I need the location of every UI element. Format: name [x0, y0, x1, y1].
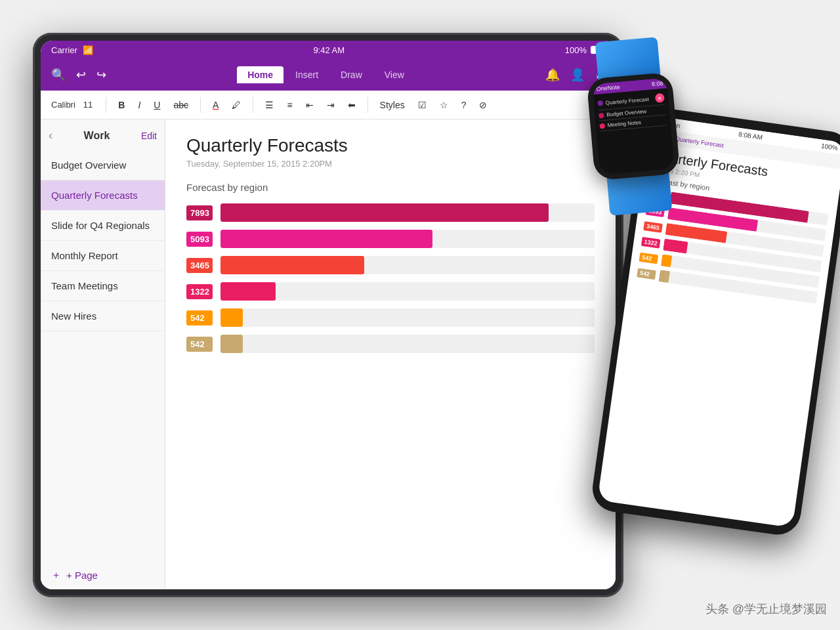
main-content: Quarterly Forecasts Tuesday, September 1… — [165, 119, 616, 589]
bar-label: 3465 — [186, 258, 213, 273]
phone-signal: 100% — [820, 142, 838, 151]
bell-icon[interactable]: 🔔 — [545, 68, 560, 82]
sidebar-item-budget[interactable]: Budget Overview — [41, 150, 165, 180]
watch-label-1: Quarterly Forecast — [605, 96, 649, 106]
redo-icon[interactable]: ↪ — [96, 68, 106, 82]
content-area: ‹ Work Edit Budget Overview Quarterly Fo… — [41, 119, 616, 589]
ribbon: Calibri 11 B I U abc A 🖊 ☰ ≡ ⇤ ⇥ ⬅ Style… — [41, 91, 616, 119]
ribbon-sep-4 — [368, 97, 368, 113]
watch-list: Quarterly Forecast ✕ Budget Overview Mee… — [593, 88, 675, 175]
indent-button[interactable]: ⇥ — [323, 98, 339, 112]
highlight-button[interactable]: 🖊 — [228, 98, 245, 112]
phone-bar-fill — [661, 254, 672, 267]
profile-icon[interactable]: 👤 — [570, 68, 585, 82]
watermark: 头条 @学无止境梦溪园 — [705, 601, 827, 617]
edit-button[interactable]: Edit — [141, 131, 157, 141]
help-button[interactable]: ? — [457, 98, 471, 112]
ribbon-sep-1 — [106, 97, 106, 113]
chart-row: 542 — [186, 335, 595, 353]
add-page-button[interactable]: ＋ + Page — [41, 561, 165, 589]
bar-label: 542 — [186, 310, 213, 326]
bar-label: 7893 — [186, 205, 213, 220]
toolbar-tabs: Home Insert Draw View — [117, 66, 535, 83]
styles-button[interactable]: Styles — [376, 98, 409, 112]
watch-close-button[interactable]: ✕ — [655, 93, 665, 103]
bar-label: 542 — [186, 337, 213, 352]
align-left-button[interactable]: ⬅ — [344, 98, 360, 112]
sidebar-header: ‹ Work Edit — [41, 125, 165, 150]
ribbon-sep-3 — [253, 97, 253, 113]
sidebar-item-slide[interactable]: Slide for Q4 Regionals — [41, 211, 165, 241]
bar-fill — [220, 203, 549, 222]
bar-track — [220, 203, 595, 222]
search-icon[interactable]: 🔍 — [51, 68, 66, 82]
plus-icon: ＋ — [51, 569, 61, 581]
wifi-icon: 📶 — [83, 45, 93, 55]
watch-dot-3 — [599, 123, 605, 129]
tab-draw[interactable]: Draw — [330, 66, 373, 83]
tablet-device: Carrier 📶 9:42 AM 100% 🔍 ↩ ↪ Home — [33, 33, 623, 597]
add-page-label: + Page — [66, 570, 98, 581]
phone-bar-label: 3465 — [643, 221, 663, 233]
carrier-label: Carrier — [51, 45, 77, 55]
watch-time: 8:08 — [652, 80, 663, 87]
bold-button[interactable]: B — [114, 98, 129, 112]
phone-bar-label: 542 — [637, 268, 656, 280]
watch-dot-1 — [597, 100, 603, 106]
time-label: 9:42 AM — [313, 45, 345, 55]
undo-icon[interactable]: ↩ — [76, 68, 86, 82]
font-color-button[interactable]: A — [209, 98, 222, 112]
bar-track — [220, 308, 595, 327]
bar-fill — [220, 230, 432, 248]
phone-bar-fill — [659, 270, 670, 283]
watch-body: OneNote 8:08 Quarterly Forecast ✕ Budget… — [586, 72, 680, 181]
font-size[interactable]: 11 — [83, 100, 93, 110]
tab-home[interactable]: Home — [237, 66, 284, 83]
watch-app-name: OneNote — [596, 84, 620, 93]
outdent-button[interactable]: ⇤ — [302, 98, 318, 112]
bar-chart: 7893 5093 3465 1322 542 542 — [186, 203, 595, 353]
bar-label: 1322 — [186, 284, 213, 299]
page-title: Quarterly Forecasts — [186, 135, 595, 156]
bar-track — [220, 335, 595, 353]
chart-row: 3465 — [186, 256, 595, 274]
underline-button[interactable]: U — [150, 98, 164, 112]
sidebar-item-monthly[interactable]: Monthly Report — [41, 241, 165, 271]
sidebar-section-title: Work — [84, 130, 110, 142]
chart-row: 7893 — [186, 203, 595, 222]
tab-insert[interactable]: Insert — [285, 66, 329, 83]
ribbon-sep-2 — [200, 97, 201, 113]
bar-fill — [220, 282, 276, 301]
sidebar-item-team[interactable]: Team Meetings — [41, 271, 165, 301]
numbering-button[interactable]: ≡ — [283, 98, 296, 112]
bar-fill — [220, 256, 364, 274]
bar-track — [220, 230, 595, 248]
watch-device: OneNote 8:08 Quarterly Forecast ✕ Budget… — [583, 36, 684, 217]
watch-screen: OneNote 8:08 Quarterly Forecast ✕ Budget… — [592, 77, 675, 175]
chart-row: 5093 — [186, 230, 595, 248]
tablet-status-bar: Carrier 📶 9:42 AM 100% — [41, 41, 616, 59]
phone-bar-label: 1322 — [641, 237, 661, 249]
watch-label-2: Budget Overview — [606, 108, 646, 117]
tablet-screen: Carrier 📶 9:42 AM 100% 🔍 ↩ ↪ Home — [41, 41, 616, 589]
chart-row: 1322 — [186, 282, 595, 301]
sidebar-item-newhires[interactable]: New Hires — [41, 301, 165, 331]
back-button[interactable]: ‹ — [49, 129, 52, 142]
checkbox-button[interactable]: ☑ — [414, 98, 430, 112]
more-button[interactable]: ⊘ — [475, 98, 491, 112]
phone-bar-chart: 7893 5093 3465 1322 542 542 — [597, 188, 836, 528]
chart-row: 542 — [186, 308, 595, 327]
watch-label-3: Meeting Notes — [607, 119, 641, 128]
strikethrough-button[interactable]: abc — [169, 98, 192, 112]
bar-label: 5093 — [186, 232, 213, 247]
font-name[interactable]: Calibri — [51, 100, 75, 110]
bar-fill — [220, 308, 243, 327]
bullets-button[interactable]: ☰ — [261, 98, 278, 112]
phone-bar-label: 542 — [639, 253, 659, 264]
tab-view[interactable]: View — [374, 66, 415, 83]
toolbar: 🔍 ↩ ↪ Home Insert Draw View 🔔 👤 ⤢ — [41, 59, 616, 91]
star-button[interactable]: ☆ — [436, 98, 452, 112]
italic-button[interactable]: I — [134, 98, 144, 112]
sidebar-item-quarterly[interactable]: Quarterly Forecasts — [41, 180, 165, 211]
page-date: Tuesday, September 15, 2015 2:20PM — [186, 159, 595, 169]
